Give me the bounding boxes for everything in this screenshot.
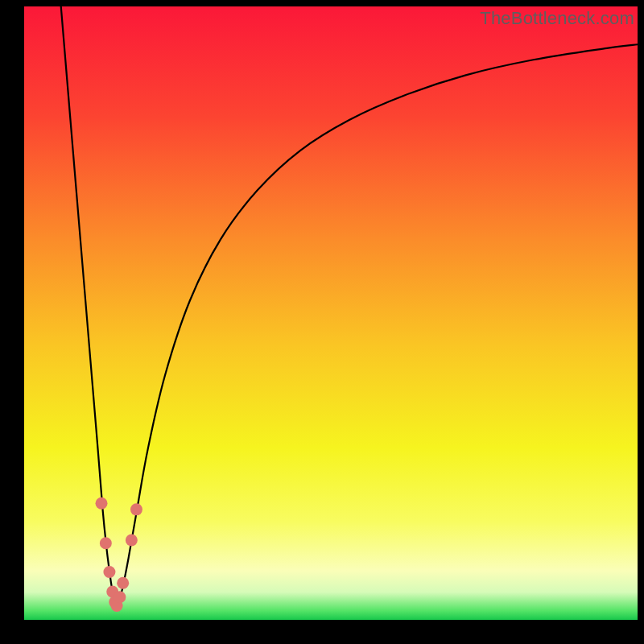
highlight-marker: [96, 497, 108, 510]
highlight-marker: [130, 503, 142, 515]
highlight-marker: [114, 591, 126, 603]
plot-area: [24, 6, 638, 620]
highlight-marker: [117, 577, 129, 589]
chart-container: { "watermark": "TheBottleneck.com", "col…: [0, 0, 644, 644]
plot-svg: [24, 6, 638, 620]
highlight-marker: [100, 537, 112, 549]
highlight-marker: [126, 534, 138, 546]
highlight-marker: [103, 566, 115, 578]
gradient-background: [24, 6, 638, 620]
watermark-text: TheBottleneck.com: [480, 8, 634, 29]
